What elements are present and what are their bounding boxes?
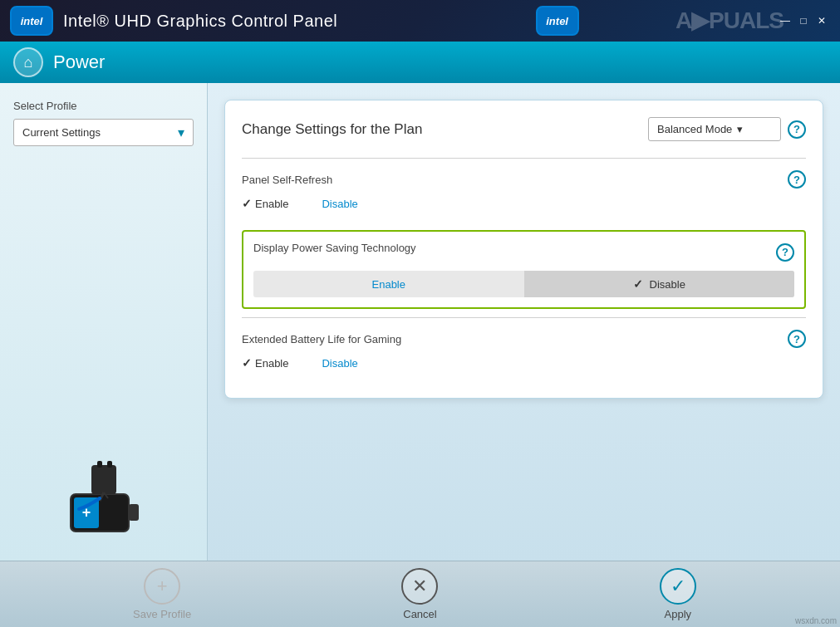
cancel-button[interactable]: ✕ Cancel [386, 568, 453, 620]
footer: + Save Profile ✕ Cancel ✓ Apply [0, 561, 840, 627]
battery-illustration: + [54, 461, 154, 544]
save-profile-icon: + [144, 568, 180, 605]
title-bar-left: intel Intel® UHD Graphics Control Panel [10, 6, 337, 36]
card-title: Change Settings for the Plan [242, 121, 422, 138]
save-profile-button[interactable]: + Save Profile [129, 568, 195, 620]
minimize-button[interactable]: — [777, 12, 793, 29]
svg-rect-4 [91, 465, 116, 494]
panel-self-refresh-header: Panel Self-Refresh ? [242, 170, 806, 189]
app-title: Intel® UHD Graphics Control Panel [63, 12, 337, 31]
disable-label: Disable [322, 357, 357, 370]
panel-self-refresh-enable[interactable]: ✓ Enable [242, 197, 288, 210]
maximize-button[interactable]: □ [795, 12, 812, 29]
main-layout: Select Profile Current Settings ▾ + [0, 83, 840, 561]
enable-label: Enable [255, 357, 288, 370]
select-profile-label: Select Profile [13, 100, 194, 112]
card-header: Change Settings for the Plan Balanced Mo… [242, 117, 806, 141]
apply-icon: ✓ [660, 568, 696, 605]
panel-self-refresh-title: Panel Self-Refresh [242, 174, 332, 186]
panel-self-refresh-section: Panel Self-Refresh ? ✓ Enable Disable [242, 158, 806, 222]
content-area: Change Settings for the Plan Balanced Mo… [208, 83, 840, 561]
check-icon: ✓ [242, 356, 252, 370]
header-bar: ⌂ Power [0, 42, 840, 83]
display-power-options: Enable ✓ Disable [253, 271, 794, 297]
display-power-saving-section: Display Power Saving Technology ? Enable… [242, 230, 806, 309]
extended-battery-disable[interactable]: Disable [322, 356, 357, 370]
help-icon[interactable]: ? [788, 120, 806, 139]
sidebar: Select Profile Current Settings ▾ + [0, 83, 208, 561]
display-power-saving-help-icon[interactable]: ? [776, 243, 794, 262]
intel-logo-title: intel [10, 6, 53, 36]
enable-label: Enable [255, 198, 288, 210]
cancel-icon: ✕ [401, 568, 438, 605]
extended-battery-section: Extended Battery Life for Gaming ? ✓ Ena… [242, 317, 806, 381]
enable-label: Enable [372, 278, 405, 291]
panel-self-refresh-help-icon[interactable]: ? [788, 170, 806, 189]
home-button[interactable]: ⌂ [13, 47, 43, 77]
cancel-label: Cancel [403, 608, 436, 620]
profile-dropdown[interactable]: Current Settings ▾ [13, 119, 194, 146]
profile-dropdown-value: Current Settings [22, 126, 101, 139]
svg-rect-1 [129, 504, 139, 521]
appuals-watermark: A▶PUALS [675, 7, 784, 34]
display-power-saving-title: Display Power Saving Technology [253, 242, 416, 254]
close-button[interactable]: ✕ [813, 12, 830, 29]
chevron-down-icon: ▾ [737, 123, 743, 135]
check-icon: ✓ [242, 197, 252, 210]
extended-battery-header: Extended Battery Life for Gaming ? [242, 330, 806, 348]
disable-label: Disable [322, 198, 357, 210]
apply-button[interactable]: ✓ Apply [645, 568, 711, 620]
title-bar: intel Intel® UHD Graphics Control Panel … [0, 0, 840, 42]
check-icon: ✓ [633, 277, 643, 291]
disable-label: Disable [650, 278, 685, 291]
window-controls[interactable]: — □ ✕ [777, 12, 830, 29]
display-power-disable-button[interactable]: ✓ Disable [524, 271, 795, 297]
intel-logo-corner: intel [536, 6, 579, 36]
settings-card: Change Settings for the Plan Balanced Mo… [224, 100, 823, 399]
mode-dropdown-value: Balanced Mode [657, 123, 732, 135]
save-profile-label: Save Profile [133, 608, 191, 620]
chevron-down-icon: ▾ [178, 125, 184, 140]
svg-rect-6 [107, 461, 112, 468]
svg-rect-5 [97, 461, 102, 468]
extended-battery-enable[interactable]: ✓ Enable [242, 356, 288, 370]
panel-self-refresh-options: ✓ Enable Disable [242, 197, 806, 210]
mode-dropdown[interactable]: Balanced Mode ▾ [648, 117, 781, 141]
display-power-enable-button[interactable]: Enable [253, 271, 524, 297]
extended-battery-help-icon[interactable]: ? [788, 330, 806, 348]
panel-self-refresh-disable[interactable]: Disable [322, 197, 357, 210]
display-power-saving-header: Display Power Saving Technology ? [253, 242, 794, 262]
card-header-right: Balanced Mode ▾ ? [648, 117, 806, 141]
extended-battery-options: ✓ Enable Disable [242, 356, 806, 370]
section-title: Power [53, 51, 105, 73]
wsxdn-watermark: wsxdn.com [795, 616, 837, 625]
extended-battery-title: Extended Battery Life for Gaming [242, 333, 401, 345]
apply-label: Apply [665, 608, 692, 620]
